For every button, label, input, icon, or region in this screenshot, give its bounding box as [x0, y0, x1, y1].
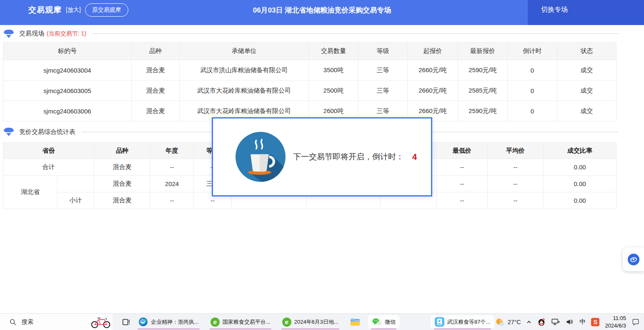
trading-floor-table: 标的号 品种 承储单位 交易数量 等级 起报价 最新报价 倒计时 状态 sjmc…	[3, 42, 616, 121]
zoom-link[interactable]: [放大]	[66, 6, 81, 14]
session-title: 06月03日 湖北省地储粮油竞价采购交易专场	[253, 5, 391, 15]
taskbar-app-wechat[interactable]: 微信	[368, 315, 400, 329]
col-countdown: 倒计时	[508, 43, 557, 60]
countdown: 0	[508, 101, 557, 121]
lot-number: sjmcg240603005	[3, 81, 132, 101]
province-total: 合计	[3, 159, 94, 176]
next-session-dialog: 下一交易节即将开启，倒计时： 4	[212, 117, 432, 196]
latest-price: 2590元/吨	[458, 101, 508, 121]
service-widget-icon	[627, 253, 640, 266]
wechat-icon	[372, 317, 382, 327]
clock-date: 2024/6/3	[605, 322, 626, 330]
col-latest-price: 最新报价	[458, 43, 508, 60]
search-label: 搜索	[22, 318, 90, 326]
countdown: 0	[508, 60, 557, 81]
bicycle-image	[90, 315, 112, 329]
storage-unit: 武汉市大花岭库粮油储备有限公司	[180, 81, 309, 101]
switch-session-button[interactable]: 切换专场	[528, 0, 644, 25]
variety: 混合麦	[132, 81, 180, 101]
original-view-button[interactable]: 原交易观摩	[85, 3, 128, 17]
quantity: 2500吨	[309, 81, 358, 101]
col-quantity: 交易数量	[309, 43, 358, 60]
col-variety: 品种	[132, 43, 180, 60]
province-name: 湖北省	[3, 176, 58, 209]
filter-icon	[3, 128, 14, 136]
top-header-bar: 交易观摩 [放大] 原交易观摩 06月03日 湖北省地储粮油竞价采购交易专场 切…	[0, 0, 644, 25]
section-trading-floor: 交易现场 (当前交易节: 1)	[0, 25, 644, 42]
search-icon	[9, 318, 17, 326]
dotted-divider	[92, 33, 619, 34]
variety: 混合麦	[132, 101, 180, 121]
grade: 三等	[358, 60, 408, 81]
taskbar-app-grain-platform[interactable]: e 国家粮食交易平台...	[206, 315, 275, 329]
tray-expand-chevron[interactable]	[526, 319, 532, 325]
col-grade: 等级	[358, 43, 408, 60]
filter-icon	[3, 30, 14, 38]
task-view-icon	[122, 317, 131, 327]
sogou-icon[interactable]: S	[591, 318, 599, 326]
folder-icon	[350, 318, 360, 326]
service-widget-button[interactable]	[623, 247, 644, 271]
status-badge: 成交	[557, 60, 616, 81]
edge-icon	[138, 317, 148, 327]
volume-icon[interactable]	[565, 317, 574, 326]
grade: 三等	[358, 81, 408, 101]
lot-number: sjmcg240603006	[3, 101, 132, 121]
table-row: sjmcg240603005 混合麦 武汉市大花岭库粮油储备有限公司 2500吨…	[3, 81, 616, 101]
countdown-value: 4	[412, 152, 417, 162]
lot-number: sjmcg240603004	[3, 60, 132, 81]
taskbar-app-label: 国家粮食交易平台...	[223, 318, 271, 326]
status-badge: 成交	[557, 81, 616, 101]
current-session-note: (当前交易节: 1)	[47, 30, 86, 38]
storage-unit: 武汉市洪山库粮油储备有限公司	[180, 60, 309, 81]
col-storage-unit: 承储单位	[180, 43, 309, 60]
taskbar-app-contacts[interactable]: 武汉粮食等87个...	[431, 315, 494, 329]
taskbar-app-label: 武汉粮食等87个...	[447, 318, 490, 326]
latest-price: 2590元/吨	[458, 60, 508, 81]
network-icon[interactable]	[551, 317, 560, 326]
taskbar-app-edge[interactable]: 企业精神：崇尚执...	[134, 315, 203, 329]
browser-360-icon: e	[210, 317, 220, 327]
col-variety: 品种	[94, 143, 150, 159]
ime-indicator[interactable]: 中	[579, 318, 586, 326]
notification-icon[interactable]	[631, 318, 640, 326]
col-year: 年度	[150, 143, 194, 159]
taskbar-app-label: 企业精神：崇尚执...	[151, 318, 199, 326]
coffee-cup-icon	[235, 131, 286, 183]
start-price: 2660元/吨	[408, 60, 458, 81]
taskbar-app-label: 微信	[385, 318, 396, 326]
table-row: sjmcg240603004 混合麦 武汉市洪山库粮油储备有限公司 3500吨 …	[3, 60, 616, 81]
taskbar-app-file-explorer[interactable]	[346, 315, 364, 329]
taskbar-weather[interactable]: 27°C	[495, 317, 521, 327]
col-deal-ratio: 成交比率	[544, 143, 616, 159]
col-province: 省份	[3, 143, 94, 159]
taskbar-app-document[interactable]: e 2024年6月3日地...	[278, 315, 343, 329]
weather-sun-icon	[495, 317, 505, 327]
task-view-button[interactable]	[122, 317, 131, 327]
countdown: 0	[508, 81, 557, 101]
col-start-price: 起报价	[408, 43, 458, 60]
section-title: 竞价交易综合统计表	[19, 128, 75, 136]
col-min-price: 最低价	[437, 143, 488, 159]
start-price: 2660元/吨	[408, 81, 458, 101]
next-session-message: 下一交易节即将开启，倒计时：	[293, 151, 404, 162]
contacts-icon	[435, 317, 444, 327]
latest-price: 2585元/吨	[458, 81, 508, 101]
quantity: 3500吨	[309, 60, 358, 81]
app-title: 交易观摩	[28, 5, 62, 15]
table-header-row: 标的号 品种 承储单位 交易数量 等级 起报价 最新报价 倒计时 状态	[3, 43, 616, 60]
qq-icon[interactable]	[537, 317, 546, 326]
status-badge: 成交	[557, 101, 616, 121]
col-avg-price: 平均价	[488, 143, 544, 159]
taskbar-search[interactable]: 搜索	[0, 314, 113, 330]
col-status: 状态	[557, 43, 616, 60]
browser-360-icon: e	[282, 317, 291, 327]
windows-taskbar: 搜索 企业精神：崇尚执... e 国家粮食交易平台... e 2024年6月3日…	[0, 313, 644, 330]
variety: 混合麦	[132, 60, 180, 81]
col-lot-number: 标的号	[3, 43, 132, 60]
subtotal-label: 小计	[58, 192, 94, 209]
temperature-label: 27°C	[508, 319, 521, 325]
taskbar-clock[interactable]: 11:05 2024/6/3	[605, 315, 626, 329]
taskbar-app-label: 2024年6月3日地...	[294, 318, 338, 326]
clock-time: 11:05	[605, 315, 626, 322]
